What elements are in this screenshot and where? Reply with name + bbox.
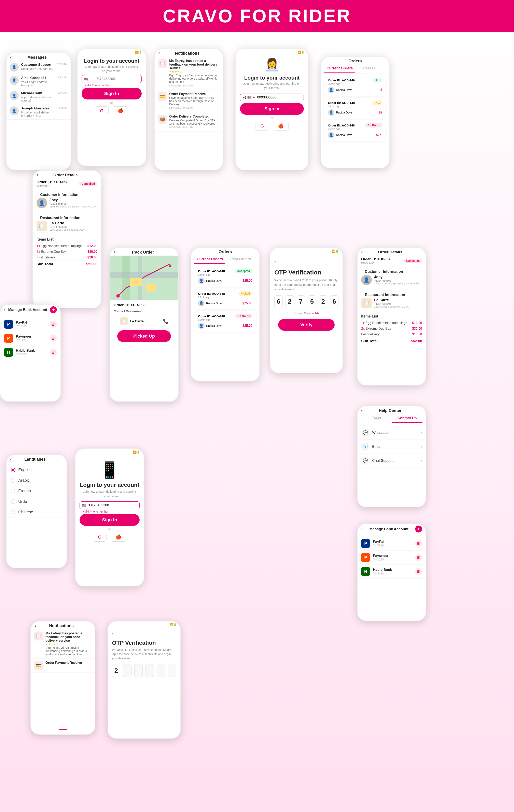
msg-item-1[interactable]: 👤 Customer Support Need help? Chat with …	[6, 61, 71, 74]
back-btn-otp1[interactable]: ‹	[274, 260, 276, 265]
order-card-mid-1[interactable]: Order ID: AOD-148 Accepted 25min ago 👤 R…	[194, 266, 256, 287]
badge-t1: A...	[373, 78, 382, 82]
google-btn-2[interactable]: G	[255, 122, 269, 130]
lang-item-1[interactable]: English	[6, 465, 66, 475]
msg-name-3: Michael Dam	[21, 91, 55, 95]
app-header: CRAVO FOR RIDER	[0, 0, 514, 32]
back-btn-od2[interactable]: ‹	[361, 250, 363, 255]
notif-time-2: 04/06/2024, 10:34 AM	[169, 107, 219, 110]
back-btn-od1[interactable]: ‹	[36, 172, 38, 178]
back-btn-bank1[interactable]: ‹	[4, 307, 5, 312]
otp2-d2[interactable]	[123, 664, 131, 677]
bank-item-payoneer-2[interactable]: P Payoneer ****1225 🗑	[358, 551, 426, 564]
msg-item-2[interactable]: 👤 Alex_Croope21 Yes it's right address, …	[6, 74, 71, 89]
order-card-mid-2[interactable]: Order ID: AOD-148 Picked 25min ago 👤 Rab…	[194, 288, 256, 309]
otp-boxes-2: 2	[112, 664, 176, 677]
tab-past-orders-top[interactable]: Past O...	[355, 64, 386, 73]
otp-d2[interactable]: 2	[285, 295, 294, 308]
bank-item-paypal-1[interactable]: P PayPal ****7880 🗑	[0, 317, 60, 331]
otp2-d3[interactable]	[134, 664, 143, 677]
tab-current-orders-top[interactable]: Current Orders	[324, 64, 355, 73]
bank-item-paypal-2[interactable]: P PayPal ****7880 🗑	[358, 536, 426, 551]
back-btn-track[interactable]: ‹	[114, 250, 115, 255]
add-bank-btn-2[interactable]: +	[415, 526, 422, 532]
lang-item-3[interactable]: French	[6, 486, 66, 496]
orders-title-mid: Orders	[218, 250, 232, 254]
otp-d3[interactable]: 7	[297, 295, 305, 308]
bank-item-habib-2[interactable]: H Habib Bank ****4488 🗑	[358, 564, 426, 579]
picked-up-btn[interactable]: Picked Up	[117, 330, 171, 342]
phone-input-2[interactable]	[257, 95, 301, 99]
avatar-2: 👤	[10, 76, 19, 85]
delete-habib-1[interactable]: 🗑	[50, 349, 57, 356]
google-btn-1[interactable]: G	[95, 106, 109, 115]
lang-item-5[interactable]: Chinese	[6, 507, 66, 517]
item-row-od2-3: Fast delivery $10.00	[361, 331, 422, 337]
otp2-d6[interactable]	[168, 664, 176, 677]
sign-in-btn-3[interactable]: Sign In	[80, 514, 140, 526]
order-time-t3: 25min ago	[328, 127, 382, 130]
apple-btn-3[interactable]: 🍎	[111, 533, 126, 542]
back-btn-notif[interactable]: ‹	[158, 51, 160, 56]
delete-payoneer-2[interactable]: 🗑	[415, 554, 422, 561]
back-btn-bank2[interactable]: ‹	[361, 526, 363, 532]
phone-input-1[interactable]	[90, 77, 139, 81]
order-id-t1: Order ID: AOD-148	[328, 79, 355, 82]
tab-faqs[interactable]: FAQs	[361, 414, 392, 423]
bank-item-habib-1[interactable]: H Habib Bank ****4488 🗑	[0, 345, 60, 359]
help-email[interactable]: 📧 Email ›	[358, 440, 426, 454]
orders-screen-top: Orders Current Orders Past O... Order ID…	[321, 57, 390, 168]
msg-item-3[interactable]: 👤 Michael Dam is your delivery address c…	[6, 89, 71, 104]
back-btn-otp2[interactable]: ‹	[112, 631, 114, 636]
otp-d1[interactable]: 6	[274, 295, 283, 308]
otp2-d1[interactable]: 2	[112, 664, 120, 677]
delete-payoneer-1[interactable]: 🗑	[50, 335, 57, 342]
apple-btn-2[interactable]: 🍎	[273, 122, 289, 130]
od2-rest-name: La Carte	[374, 298, 409, 302]
otp-d6[interactable]: 6	[330, 295, 338, 308]
otp-d4[interactable]: 5	[308, 295, 316, 308]
apple-btn-1[interactable]: 🍎	[113, 106, 128, 115]
orders-title-top: Orders	[349, 59, 362, 63]
verify-btn-1[interactable]: Verify	[278, 319, 335, 331]
order-card-mid-3[interactable]: Order ID: AOD-148 En Route 25min ago 👤 R…	[194, 311, 256, 332]
otp2-d5[interactable]	[157, 664, 165, 677]
phone-icon-track[interactable]: 📞	[163, 319, 169, 324]
login-subtitle-3: Join now to start delivering and earning…	[75, 488, 144, 501]
help-whatsapp[interactable]: 💬 Whatsapp ›	[358, 426, 426, 440]
add-bank-btn[interactable]: +	[50, 306, 57, 313]
flag-code: +1 🇺🇸 ▼	[243, 96, 255, 99]
delete-habib-2[interactable]: 🗑	[415, 568, 422, 575]
lang-title: Languages	[24, 457, 46, 462]
phone-input-3[interactable]	[88, 503, 137, 507]
sign-in-btn-1[interactable]: Sign In	[82, 88, 142, 99]
google-btn-3[interactable]: G	[93, 533, 107, 542]
notif2-item-1: 🍽️ Ms Eatrey, has posted a feedback on y…	[31, 629, 95, 659]
help-chat[interactable]: 💬 Chat Support ›	[358, 454, 426, 468]
lang-item-2[interactable]: Arabic	[6, 475, 66, 486]
item-row-od2-2: 2x Extreme Duo Box $30.00	[361, 326, 422, 331]
tab-past-mid[interactable]: Past Orders	[225, 255, 256, 264]
manage-bank-screen-2: ‹ Manage Bank Account + P PayPal ****788…	[357, 524, 426, 621]
back-btn-notif2[interactable]: ‹	[34, 623, 36, 628]
back-button[interactable]: ‹	[10, 55, 11, 60]
msg-item-4[interactable]: 👤 Joseph Gonzalez Mr, When you'll delive…	[6, 104, 71, 120]
bank-item-payoneer-1[interactable]: P Payoneer ****1225 🗑	[0, 331, 60, 345]
email-icon: 📧	[361, 442, 369, 451]
back-btn-help[interactable]: ‹	[361, 408, 363, 413]
tab-contact-us[interactable]: Contact Us	[392, 414, 422, 423]
order-card-top-2[interactable]: Order ID: AOD-148 Pi... 25min ago 👤 Rabi…	[324, 98, 386, 119]
delete-paypal-2[interactable]: 🗑	[415, 540, 422, 547]
tab-current-mid[interactable]: Current Orders	[194, 255, 225, 264]
badge-m3: En Route	[235, 314, 252, 318]
sign-in-btn-2[interactable]: Sign In	[240, 103, 304, 115]
delete-paypal-1[interactable]: 🗑	[50, 321, 57, 328]
back-btn-lang[interactable]: ‹	[10, 457, 11, 462]
order-card-top-3[interactable]: Order ID: AOD-148 En Rou... 25min ago 👤 …	[324, 120, 386, 141]
od2-items-label: Items List	[361, 314, 422, 320]
track-order-screen: ‹ Track Order Order ID: XDB-098 Contact …	[110, 248, 179, 402]
otp2-d4[interactable]	[146, 664, 154, 677]
order-card-top-1[interactable]: Order ID: AOD-148 A... 25min ago 👤 Rabic…	[324, 75, 386, 96]
lang-item-4[interactable]: Urdu	[6, 496, 66, 507]
otp-d5[interactable]: 2	[319, 295, 327, 308]
